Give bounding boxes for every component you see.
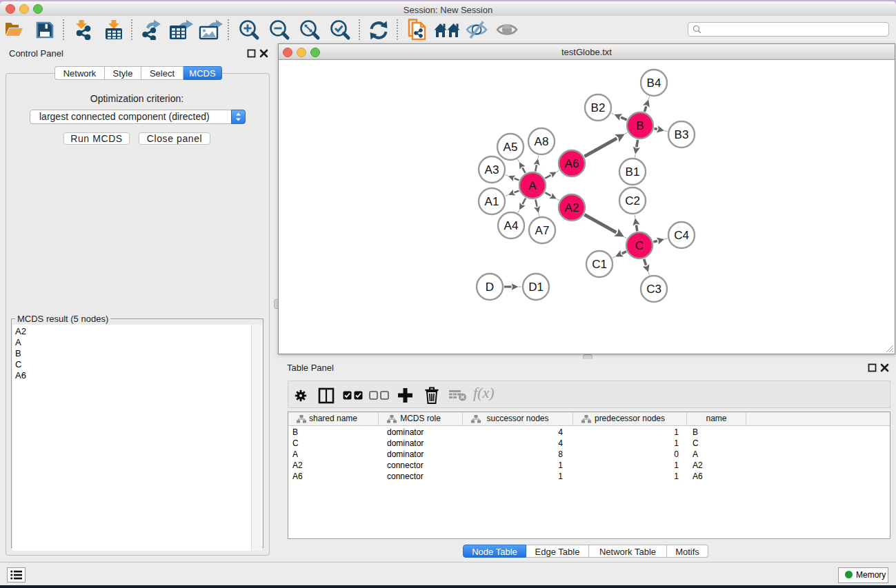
svg-text:A1: A1 bbox=[485, 195, 499, 208]
svg-text:D1: D1 bbox=[528, 281, 544, 294]
svg-text:A2: A2 bbox=[565, 201, 579, 214]
svg-text:A3: A3 bbox=[485, 163, 499, 176]
svg-text:B1: B1 bbox=[626, 165, 640, 179]
svg-text:A6: A6 bbox=[565, 157, 579, 170]
svg-text:A8: A8 bbox=[535, 135, 549, 148]
svg-text:A: A bbox=[528, 179, 537, 192]
svg-text:C3: C3 bbox=[646, 283, 661, 296]
svg-text:A4: A4 bbox=[504, 219, 519, 232]
svg-text:A5: A5 bbox=[504, 141, 518, 154]
svg-text:C1: C1 bbox=[592, 258, 607, 271]
svg-text:B: B bbox=[636, 119, 644, 132]
svg-text:C4: C4 bbox=[674, 229, 689, 242]
svg-text:C: C bbox=[635, 239, 644, 252]
svg-text:A7: A7 bbox=[535, 224, 550, 237]
svg-text:C2: C2 bbox=[625, 194, 640, 207]
svg-text:B2: B2 bbox=[591, 101, 606, 114]
svg-text:D: D bbox=[486, 281, 494, 294]
svg-text:B3: B3 bbox=[675, 128, 689, 141]
svg-text:B4: B4 bbox=[647, 77, 661, 90]
